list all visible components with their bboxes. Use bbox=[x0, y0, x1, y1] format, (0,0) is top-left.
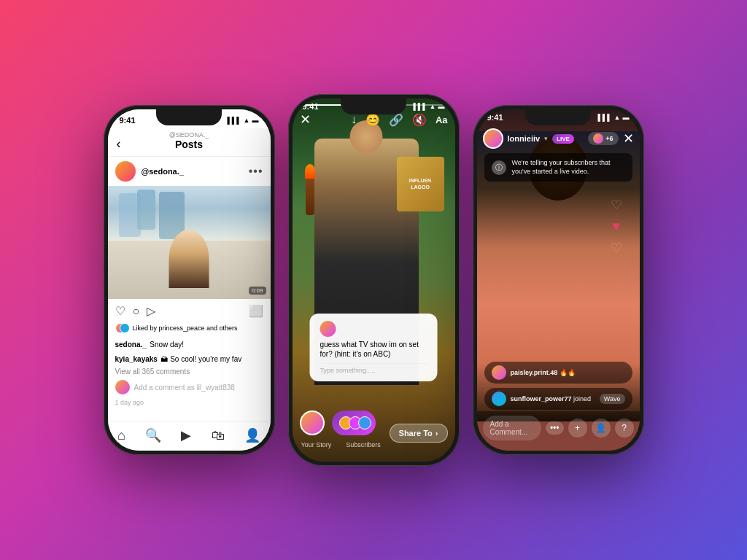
wave-button[interactable]: Wave bbox=[600, 394, 625, 404]
story-wifi: ▲ bbox=[430, 103, 436, 110]
phone2-content: INFLUENLAGOO bbox=[293, 98, 455, 462]
post-caption: sedona._ Snow day! bbox=[115, 337, 263, 350]
caption-username[interactable]: sedona._ bbox=[115, 341, 147, 349]
add-person-icon[interactable]: 👤 bbox=[592, 419, 611, 438]
comment1-content: 🔥🔥 bbox=[560, 369, 576, 376]
viewer-avatar bbox=[593, 133, 603, 144]
comment-icon[interactable]: ○ bbox=[133, 305, 140, 318]
signal-icon: ▌▌▌ bbox=[227, 117, 241, 124]
comment1-text: paisley.print.48 🔥🔥 bbox=[511, 369, 625, 376]
live-status-icons: ▌▌▌ ▲ ▬ bbox=[597, 114, 629, 121]
heart-icon-3: ♡ bbox=[611, 240, 622, 256]
nav-shop-icon[interactable]: 🛍 bbox=[212, 428, 225, 443]
live-username[interactable]: lonnieiiv bbox=[508, 134, 541, 143]
sub-avatar-3 bbox=[358, 416, 371, 429]
story-bottom: Your Story Subscribers Share To › bbox=[293, 405, 455, 462]
comment-text: 🏔 So cool! you're my fav bbox=[160, 355, 241, 363]
phone-center: INFLUENLAGOO bbox=[288, 94, 460, 466]
bottom-nav: ⌂ 🔍 ▶ 🛍 👤 bbox=[108, 421, 271, 451]
comment-input[interactable]: Add a comment as lil_wyatt838 bbox=[134, 384, 235, 392]
live-top-bar: lonnieiiv ▾ LIVE +6 ✕ bbox=[477, 125, 640, 152]
share-icon[interactable]: ▷ bbox=[147, 304, 155, 318]
story-status-time: 9:41 bbox=[303, 102, 319, 111]
heart-icon-2: ♥ bbox=[612, 219, 620, 234]
nav-profile-icon[interactable]: 👤 bbox=[244, 427, 260, 443]
question-icon[interactable]: ? bbox=[615, 419, 634, 438]
comment2-text: sunflower_power77 joined bbox=[511, 395, 595, 402]
username-top: @SEDONA._ bbox=[120, 131, 259, 139]
live-comment-input[interactable]: Add a Comment... bbox=[483, 416, 541, 440]
live-battery: ▬ bbox=[623, 114, 630, 121]
phone-left-inner: 9:41 ▌▌▌ ▲ ▬ ‹ @SEDONA._ Posts bbox=[108, 109, 271, 451]
live-status-time: 9:41 bbox=[487, 113, 503, 122]
link-icon[interactable]: 🔗 bbox=[389, 113, 403, 127]
nav-home-icon[interactable]: ⌂ bbox=[117, 428, 125, 443]
notch-left bbox=[156, 109, 222, 125]
add-comment-row: Add a comment as lil_wyatt838 bbox=[108, 377, 271, 397]
story-battery: ▬ bbox=[438, 103, 445, 110]
comment1-username[interactable]: paisley.print.48 bbox=[511, 369, 558, 376]
share-to-chevron: › bbox=[436, 429, 438, 438]
live-comment-1: paisley.print.48 🔥🔥 bbox=[484, 362, 632, 384]
user-avatar-comment bbox=[115, 380, 130, 394]
emoji-icon[interactable]: 😊 bbox=[365, 113, 380, 127]
viewers-badge: +6 bbox=[588, 132, 618, 145]
live-notification: ⓘ We're telling your subscribers that yo… bbox=[484, 153, 632, 182]
snow-scene bbox=[108, 186, 271, 299]
profile-avatar[interactable] bbox=[115, 161, 136, 182]
live-dropdown-icon[interactable]: ▾ bbox=[544, 135, 548, 142]
story-question-text: guess what TV show im on set for? (hint:… bbox=[320, 340, 427, 359]
profile-name[interactable]: @sedona._ bbox=[142, 167, 184, 176]
profile-left: @sedona._ bbox=[115, 161, 184, 182]
person-silhouette bbox=[169, 230, 209, 288]
post-duration: 0:09 bbox=[249, 287, 266, 295]
live-comment-2: sunflower_power77 joined Wave bbox=[484, 388, 632, 410]
save-icon[interactable]: ⬜ bbox=[249, 304, 263, 318]
live-status-bar: 9:41 ▌▌▌ ▲ ▬ bbox=[477, 109, 640, 122]
add-guest-icon[interactable]: + bbox=[568, 419, 587, 438]
comment-username[interactable]: kyia_kayaks bbox=[115, 355, 158, 363]
story-question-avatar bbox=[320, 321, 336, 337]
caption-text: Snow day! bbox=[150, 341, 184, 349]
phones-container: 9:41 ▌▌▌ ▲ ▬ ‹ @SEDONA._ Posts bbox=[89, 79, 659, 481]
text-icon[interactable]: Aa bbox=[436, 114, 448, 125]
caption-row: sedona._ Snow day! kyia_kayaks 🏔 So cool… bbox=[108, 335, 271, 366]
back-button[interactable]: ‹ bbox=[117, 136, 121, 152]
more-options-live[interactable]: ••• bbox=[546, 421, 564, 435]
notification-text: We're telling your subscribers that you'… bbox=[512, 159, 625, 176]
nav-search-icon[interactable]: 🔍 bbox=[145, 427, 161, 443]
download-icon[interactable]: ↓ bbox=[351, 113, 357, 126]
live-action-icons: + 👤 ? bbox=[568, 419, 634, 438]
torch-left bbox=[306, 171, 314, 215]
action-row: ♡ ○ ▷ ⬜ bbox=[108, 299, 271, 323]
status-time-phone1: 9:41 bbox=[120, 116, 136, 125]
live-close-icon[interactable]: ✕ bbox=[623, 131, 634, 147]
mute-icon[interactable]: 🔇 bbox=[412, 113, 427, 127]
likes-info: Liked by princess_peace and others bbox=[115, 323, 263, 333]
like-icon[interactable]: ♡ bbox=[115, 304, 125, 318]
live-avatar[interactable] bbox=[483, 128, 503, 149]
story-your-story-icon[interactable] bbox=[300, 411, 325, 435]
live-comments-area: paisley.print.48 🔥🔥 sunflower_power77 jo… bbox=[477, 362, 640, 414]
wifi-icon: ▲ bbox=[244, 117, 250, 124]
story-status-bar: 9:41 ▌▌▌ ▲ ▬ bbox=[293, 98, 455, 111]
story-close-icon[interactable]: ✕ bbox=[300, 112, 311, 128]
view-comments-link[interactable]: View all 365 comments bbox=[108, 366, 271, 377]
story-answer-input[interactable]: Type something..... bbox=[320, 363, 427, 374]
action-icons-left: ♡ ○ ▷ bbox=[115, 304, 156, 318]
comment2-username[interactable]: sunflower_power77 bbox=[511, 395, 572, 402]
more-options-button[interactable]: ••• bbox=[249, 165, 263, 178]
likes-avatars bbox=[115, 323, 127, 333]
phone-right: 9:41 ▌▌▌ ▲ ▬ lonnieiiv ▾ LIVE bbox=[473, 105, 644, 455]
posts-title: Posts bbox=[120, 139, 259, 150]
battery-icon: ▬ bbox=[252, 117, 259, 124]
phone1-header: ‹ @SEDONA._ Posts bbox=[108, 128, 271, 157]
nav-reels-icon[interactable]: ▶ bbox=[181, 427, 191, 443]
comment1-avatar bbox=[492, 365, 506, 380]
likes-avatar-2 bbox=[120, 323, 130, 333]
heart-icon-1: ♡ bbox=[611, 197, 622, 213]
share-to-button[interactable]: Share To › bbox=[390, 424, 448, 443]
story-subscribers-icon[interactable] bbox=[332, 411, 376, 435]
hearts-area: ♡ ♥ ♡ bbox=[602, 197, 631, 378]
phone-right-inner: 9:41 ▌▌▌ ▲ ▬ lonnieiiv ▾ LIVE bbox=[477, 109, 640, 451]
